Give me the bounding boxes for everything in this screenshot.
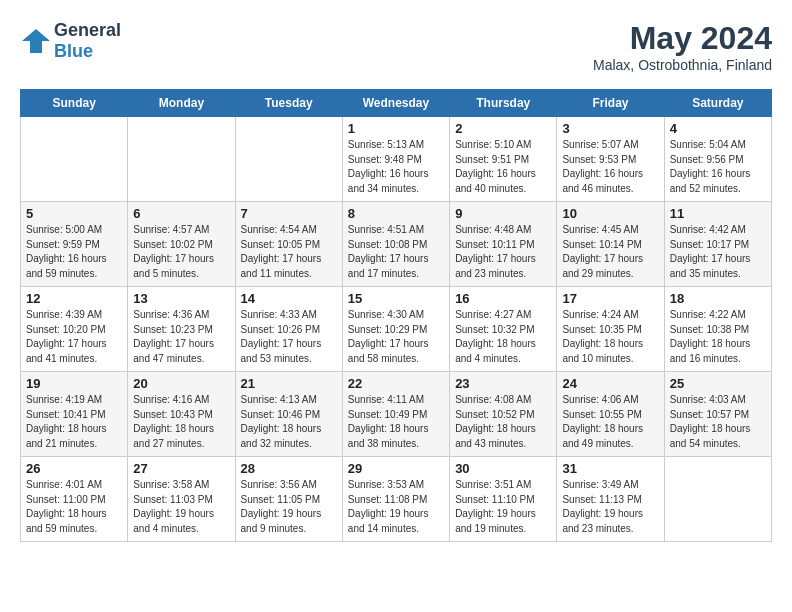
day-info: Sunrise: 5:00 AMSunset: 9:59 PMDaylight:… xyxy=(26,223,122,281)
day-info: Sunrise: 4:08 AMSunset: 10:52 PMDaylight… xyxy=(455,393,551,451)
calendar-cell: 15Sunrise: 4:30 AMSunset: 10:29 PMDaylig… xyxy=(342,287,449,372)
calendar-cell: 24Sunrise: 4:06 AMSunset: 10:55 PMDaylig… xyxy=(557,372,664,457)
week-row-5: 26Sunrise: 4:01 AMSunset: 11:00 PMDaylig… xyxy=(21,457,772,542)
calendar-cell: 12Sunrise: 4:39 AMSunset: 10:20 PMDaylig… xyxy=(21,287,128,372)
day-info: Sunrise: 4:54 AMSunset: 10:05 PMDaylight… xyxy=(241,223,337,281)
day-info: Sunrise: 4:24 AMSunset: 10:35 PMDaylight… xyxy=(562,308,658,366)
day-number: 22 xyxy=(348,376,444,391)
calendar-cell: 4Sunrise: 5:04 AMSunset: 9:56 PMDaylight… xyxy=(664,117,771,202)
calendar-cell: 8Sunrise: 4:51 AMSunset: 10:08 PMDayligh… xyxy=(342,202,449,287)
day-number: 14 xyxy=(241,291,337,306)
calendar-cell: 16Sunrise: 4:27 AMSunset: 10:32 PMDaylig… xyxy=(450,287,557,372)
day-info: Sunrise: 4:33 AMSunset: 10:26 PMDaylight… xyxy=(241,308,337,366)
svg-marker-0 xyxy=(22,29,50,53)
day-number: 25 xyxy=(670,376,766,391)
day-number: 17 xyxy=(562,291,658,306)
day-info: Sunrise: 4:16 AMSunset: 10:43 PMDaylight… xyxy=(133,393,229,451)
calendar-cell: 5Sunrise: 5:00 AMSunset: 9:59 PMDaylight… xyxy=(21,202,128,287)
week-row-2: 5Sunrise: 5:00 AMSunset: 9:59 PMDaylight… xyxy=(21,202,772,287)
day-number: 3 xyxy=(562,121,658,136)
day-info: Sunrise: 5:07 AMSunset: 9:53 PMDaylight:… xyxy=(562,138,658,196)
title-block: May 2024 Malax, Ostrobothnia, Finland xyxy=(593,20,772,73)
logo-text-general: General xyxy=(54,20,121,40)
day-number: 18 xyxy=(670,291,766,306)
location-subtitle: Malax, Ostrobothnia, Finland xyxy=(593,57,772,73)
day-info: Sunrise: 4:22 AMSunset: 10:38 PMDaylight… xyxy=(670,308,766,366)
calendar-cell: 31Sunrise: 3:49 AMSunset: 11:13 PMDaylig… xyxy=(557,457,664,542)
calendar-cell: 27Sunrise: 3:58 AMSunset: 11:03 PMDaylig… xyxy=(128,457,235,542)
page-header: General Blue May 2024 Malax, Ostrobothni… xyxy=(20,20,772,73)
week-row-1: 1Sunrise: 5:13 AMSunset: 9:48 PMDaylight… xyxy=(21,117,772,202)
calendar-table: SundayMondayTuesdayWednesdayThursdayFrid… xyxy=(20,89,772,542)
day-number: 24 xyxy=(562,376,658,391)
day-info: Sunrise: 4:57 AMSunset: 10:02 PMDaylight… xyxy=(133,223,229,281)
calendar-cell: 10Sunrise: 4:45 AMSunset: 10:14 PMDaylig… xyxy=(557,202,664,287)
day-number: 11 xyxy=(670,206,766,221)
calendar-cell xyxy=(664,457,771,542)
day-info: Sunrise: 4:39 AMSunset: 10:20 PMDaylight… xyxy=(26,308,122,366)
calendar-cell: 9Sunrise: 4:48 AMSunset: 10:11 PMDayligh… xyxy=(450,202,557,287)
day-number: 21 xyxy=(241,376,337,391)
day-info: Sunrise: 4:45 AMSunset: 10:14 PMDaylight… xyxy=(562,223,658,281)
day-info: Sunrise: 3:56 AMSunset: 11:05 PMDaylight… xyxy=(241,478,337,536)
day-number: 26 xyxy=(26,461,122,476)
weekday-header-monday: Monday xyxy=(128,90,235,117)
calendar-cell: 22Sunrise: 4:11 AMSunset: 10:49 PMDaylig… xyxy=(342,372,449,457)
day-number: 31 xyxy=(562,461,658,476)
day-number: 16 xyxy=(455,291,551,306)
day-info: Sunrise: 3:53 AMSunset: 11:08 PMDaylight… xyxy=(348,478,444,536)
day-number: 30 xyxy=(455,461,551,476)
day-number: 4 xyxy=(670,121,766,136)
day-info: Sunrise: 4:51 AMSunset: 10:08 PMDaylight… xyxy=(348,223,444,281)
day-number: 13 xyxy=(133,291,229,306)
calendar-cell: 7Sunrise: 4:54 AMSunset: 10:05 PMDayligh… xyxy=(235,202,342,287)
calendar-cell: 2Sunrise: 5:10 AMSunset: 9:51 PMDaylight… xyxy=(450,117,557,202)
day-number: 9 xyxy=(455,206,551,221)
day-number: 12 xyxy=(26,291,122,306)
calendar-cell: 3Sunrise: 5:07 AMSunset: 9:53 PMDaylight… xyxy=(557,117,664,202)
day-number: 6 xyxy=(133,206,229,221)
calendar-cell: 11Sunrise: 4:42 AMSunset: 10:17 PMDaylig… xyxy=(664,202,771,287)
weekday-header-tuesday: Tuesday xyxy=(235,90,342,117)
calendar-cell: 25Sunrise: 4:03 AMSunset: 10:57 PMDaylig… xyxy=(664,372,771,457)
day-info: Sunrise: 4:19 AMSunset: 10:41 PMDaylight… xyxy=(26,393,122,451)
day-number: 29 xyxy=(348,461,444,476)
day-number: 19 xyxy=(26,376,122,391)
weekday-header-thursday: Thursday xyxy=(450,90,557,117)
day-info: Sunrise: 4:27 AMSunset: 10:32 PMDaylight… xyxy=(455,308,551,366)
calendar-cell: 26Sunrise: 4:01 AMSunset: 11:00 PMDaylig… xyxy=(21,457,128,542)
calendar-cell xyxy=(128,117,235,202)
calendar-cell: 13Sunrise: 4:36 AMSunset: 10:23 PMDaylig… xyxy=(128,287,235,372)
day-number: 27 xyxy=(133,461,229,476)
weekday-header-sunday: Sunday xyxy=(21,90,128,117)
day-info: Sunrise: 4:13 AMSunset: 10:46 PMDaylight… xyxy=(241,393,337,451)
day-info: Sunrise: 4:01 AMSunset: 11:00 PMDaylight… xyxy=(26,478,122,536)
day-number: 8 xyxy=(348,206,444,221)
calendar-cell: 20Sunrise: 4:16 AMSunset: 10:43 PMDaylig… xyxy=(128,372,235,457)
day-info: Sunrise: 3:49 AMSunset: 11:13 PMDaylight… xyxy=(562,478,658,536)
calendar-cell: 17Sunrise: 4:24 AMSunset: 10:35 PMDaylig… xyxy=(557,287,664,372)
day-info: Sunrise: 4:36 AMSunset: 10:23 PMDaylight… xyxy=(133,308,229,366)
day-info: Sunrise: 4:30 AMSunset: 10:29 PMDaylight… xyxy=(348,308,444,366)
calendar-cell: 28Sunrise: 3:56 AMSunset: 11:05 PMDaylig… xyxy=(235,457,342,542)
week-row-4: 19Sunrise: 4:19 AMSunset: 10:41 PMDaylig… xyxy=(21,372,772,457)
calendar-cell: 30Sunrise: 3:51 AMSunset: 11:10 PMDaylig… xyxy=(450,457,557,542)
day-info: Sunrise: 4:48 AMSunset: 10:11 PMDaylight… xyxy=(455,223,551,281)
calendar-cell: 18Sunrise: 4:22 AMSunset: 10:38 PMDaylig… xyxy=(664,287,771,372)
day-info: Sunrise: 4:42 AMSunset: 10:17 PMDaylight… xyxy=(670,223,766,281)
calendar-cell xyxy=(235,117,342,202)
day-number: 5 xyxy=(26,206,122,221)
day-info: Sunrise: 5:13 AMSunset: 9:48 PMDaylight:… xyxy=(348,138,444,196)
logo-icon xyxy=(20,27,52,55)
calendar-cell: 29Sunrise: 3:53 AMSunset: 11:08 PMDaylig… xyxy=(342,457,449,542)
day-info: Sunrise: 3:58 AMSunset: 11:03 PMDaylight… xyxy=(133,478,229,536)
day-info: Sunrise: 4:03 AMSunset: 10:57 PMDaylight… xyxy=(670,393,766,451)
day-number: 23 xyxy=(455,376,551,391)
day-info: Sunrise: 4:06 AMSunset: 10:55 PMDaylight… xyxy=(562,393,658,451)
calendar-cell: 14Sunrise: 4:33 AMSunset: 10:26 PMDaylig… xyxy=(235,287,342,372)
logo: General Blue xyxy=(20,20,121,62)
day-number: 15 xyxy=(348,291,444,306)
weekday-header-saturday: Saturday xyxy=(664,90,771,117)
logo-text-blue: Blue xyxy=(54,41,93,61)
day-number: 7 xyxy=(241,206,337,221)
